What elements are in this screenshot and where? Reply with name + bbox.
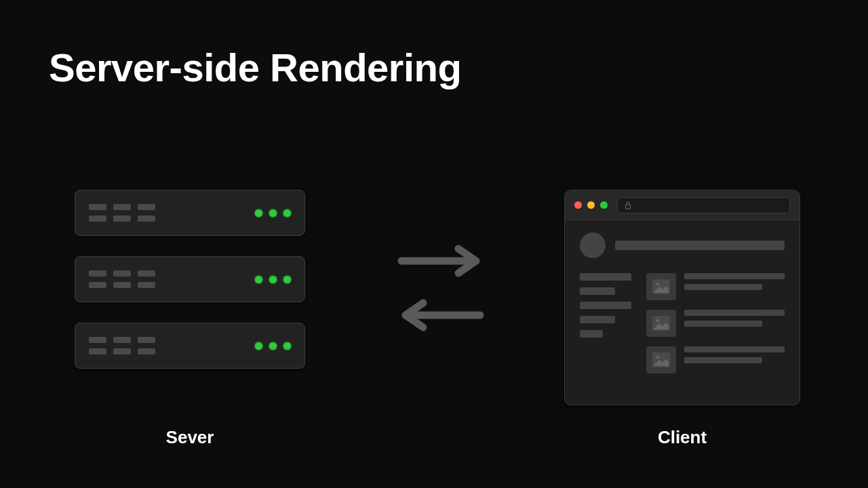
traffic-lights (574, 201, 608, 209)
drive-bay-icon (138, 216, 155, 222)
arrow-right-icon (393, 244, 488, 278)
client-label: Client (564, 427, 800, 448)
address-bar (617, 197, 790, 214)
text-line-placeholder (684, 321, 762, 327)
image-placeholder-icon (646, 346, 676, 373)
text-line-placeholder (580, 330, 603, 338)
text-line-placeholder (684, 284, 762, 290)
drive-bay-icon (113, 270, 131, 277)
drive-bay-icon (138, 348, 155, 354)
text-line-placeholder (684, 357, 762, 363)
text-line-placeholder (580, 287, 615, 295)
drive-bay-icon (89, 270, 106, 277)
drive-bay-icon (113, 348, 131, 354)
header-line-placeholder (615, 241, 785, 250)
svg-point-6 (656, 319, 660, 323)
slide: Server-side Rendering (0, 0, 868, 488)
slide-title: Server-side Rendering (49, 45, 461, 90)
drive-bays (89, 270, 155, 288)
drive-bay-icon (113, 216, 131, 222)
svg-rect-2 (626, 205, 631, 209)
avatar-placeholder-icon (580, 232, 606, 258)
text-line-placeholder (580, 273, 631, 281)
feed-placeholder (646, 273, 785, 373)
feed-item (646, 273, 785, 300)
drive-bay-icon (113, 204, 131, 210)
status-led-icon (269, 342, 277, 350)
sidebar-placeholder (580, 273, 631, 373)
diagram: Sever Client (0, 190, 868, 461)
drive-bay-icon (89, 282, 106, 288)
drive-bay-icon (89, 348, 106, 354)
status-leds (255, 209, 291, 217)
svg-point-4 (656, 283, 660, 286)
text-line-placeholder (684, 346, 785, 352)
browser-chrome (565, 190, 800, 220)
status-led-icon (255, 209, 262, 217)
feed-item (646, 310, 785, 337)
drive-bay-icon (89, 204, 106, 210)
feed-item (646, 346, 785, 373)
server-stack (75, 190, 305, 369)
text-line-placeholder (684, 310, 785, 316)
drive-bay-icon (138, 282, 155, 288)
content-row (580, 273, 785, 373)
text-line-placeholder (580, 302, 631, 309)
server-unit (75, 256, 305, 302)
svg-point-8 (656, 356, 660, 359)
minimize-icon (587, 201, 595, 209)
browser-window (564, 190, 800, 405)
image-placeholder-icon (646, 310, 676, 337)
server-label: Sever (75, 427, 305, 448)
arrows (380, 244, 502, 352)
drive-bay-icon (113, 282, 131, 288)
drive-bay-icon (113, 337, 131, 343)
server-unit (75, 323, 305, 369)
status-leds (255, 276, 291, 283)
drive-bay-icon (138, 270, 155, 277)
page-body (565, 220, 800, 386)
drive-bays (89, 204, 155, 222)
status-led-icon (283, 342, 291, 350)
drive-bay-icon (89, 337, 106, 343)
status-led-icon (255, 276, 262, 283)
status-led-icon (283, 209, 291, 217)
status-led-icon (255, 342, 262, 350)
status-led-icon (269, 209, 277, 217)
close-icon (574, 201, 582, 209)
text-line-placeholder (580, 316, 615, 323)
server-unit (75, 190, 305, 236)
arrow-left-icon (393, 298, 488, 332)
drive-bay-icon (89, 216, 106, 222)
lock-icon (625, 201, 631, 209)
status-leds (255, 342, 291, 350)
status-led-icon (283, 276, 291, 283)
page-header (580, 232, 785, 258)
status-led-icon (269, 276, 277, 283)
text-line-placeholder (684, 273, 785, 279)
image-placeholder-icon (646, 273, 676, 300)
drive-bays (89, 337, 155, 354)
maximize-icon (600, 201, 608, 209)
drive-bay-icon (138, 337, 155, 343)
drive-bay-icon (138, 204, 155, 210)
